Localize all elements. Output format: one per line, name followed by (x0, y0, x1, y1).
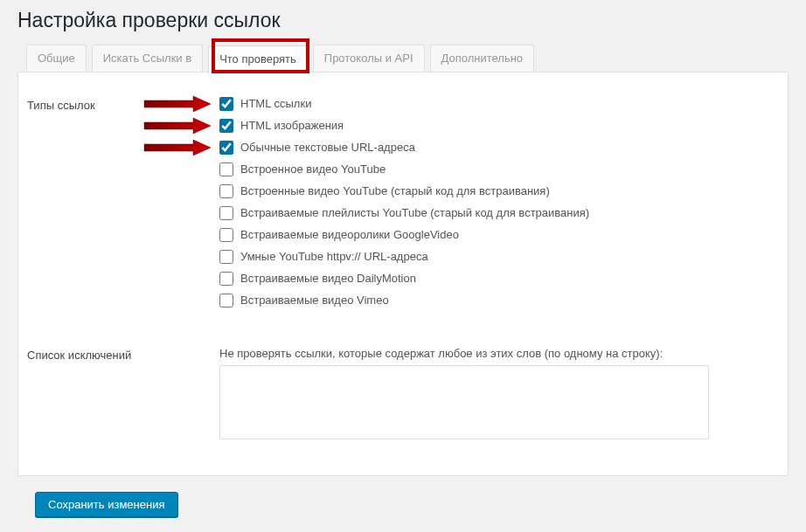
link-type-checkbox[interactable] (219, 206, 233, 220)
tab-bar: Общие Искать Ссылки в Что проверять Прот… (26, 45, 789, 73)
tab-protocols-api[interactable]: Протоколы и API (313, 45, 425, 73)
checkbox-row: Умные YouTube httpv:// URL-адреса (219, 250, 761, 264)
checkbox-row: HTML ссылки (219, 97, 761, 111)
checkbox-label[interactable]: Встроенные видео YouTube (старый код для… (240, 184, 550, 197)
save-button[interactable]: Сохранить изменения (35, 492, 178, 517)
link-type-checkbox[interactable] (219, 294, 233, 307)
link-type-checkbox[interactable] (219, 97, 233, 111)
page-title: Настройка проверки ссылок (17, 9, 789, 32)
link-type-checkbox[interactable] (219, 250, 233, 264)
link-type-checkbox[interactable] (219, 119, 233, 133)
checkbox-row: HTML изображения (219, 119, 761, 133)
tab-what-to-check[interactable]: Что проверять (208, 45, 308, 73)
exclusions-heading: Список исключений (18, 322, 211, 449)
tab-advanced[interactable]: Дополнительно (430, 45, 535, 73)
checkbox-row: Встраиваемые видеоролики GoogleVideo (219, 228, 761, 242)
exclusions-textarea[interactable] (219, 365, 709, 439)
checkbox-row: Встраиваемые плейлисты YouTube (старый к… (219, 206, 761, 220)
link-types-heading: Типы ссылок (18, 90, 211, 322)
checkbox-label[interactable]: Обычные текстовые URL-адреса (240, 141, 415, 154)
checkbox-label[interactable]: Встроенное видео YouTube (240, 162, 386, 176)
checkbox-label[interactable]: Умные YouTube httpv:// URL-адреса (240, 250, 428, 263)
checkbox-label[interactable]: HTML ссылки (240, 97, 311, 110)
checkbox-row: Встроенные видео YouTube (старый код для… (219, 184, 761, 198)
checkbox-row: Встраиваемые видео Vimeo (219, 294, 761, 307)
link-types-options: HTML ссылкиHTML изображенияОбычные текст… (211, 90, 770, 322)
link-type-checkbox[interactable] (219, 141, 233, 155)
checkbox-row: Встраиваемые видео DailyMotion (219, 272, 761, 286)
link-type-checkbox[interactable] (219, 228, 233, 242)
checkbox-label[interactable]: Встраиваемые видео DailyMotion (240, 272, 416, 285)
tab-general[interactable]: Общие (26, 45, 87, 73)
checkbox-label[interactable]: HTML изображения (240, 119, 344, 132)
checkbox-row: Обычные текстовые URL-адреса (219, 141, 761, 155)
link-type-checkbox[interactable] (219, 184, 233, 198)
exclusions-hint: Не проверять ссылки, которые содержат лю… (219, 347, 761, 360)
tab-search-links[interactable]: Искать Ссылки в (92, 45, 203, 73)
checkbox-label[interactable]: Встраиваемые плейлисты YouTube (старый к… (240, 206, 589, 219)
settings-panel: Типы ссылок HTML ссылкиHTML изображенияО… (17, 72, 789, 476)
link-type-checkbox[interactable] (219, 162, 233, 176)
checkbox-label[interactable]: Встраиваемые видеоролики GoogleVideo (240, 228, 459, 241)
link-type-checkbox[interactable] (219, 272, 233, 286)
checkbox-label[interactable]: Встраиваемые видео Vimeo (240, 294, 389, 307)
checkbox-row: Встроенное видео YouTube (219, 162, 761, 176)
